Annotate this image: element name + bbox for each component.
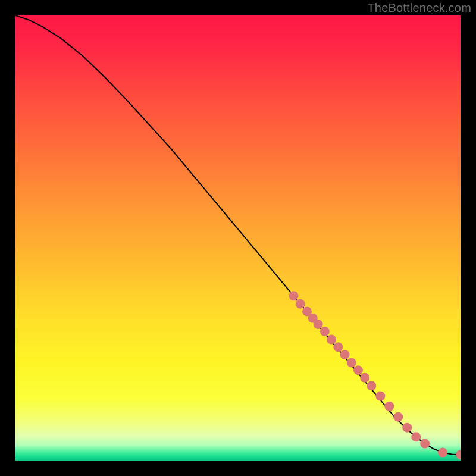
marker-point — [384, 402, 394, 411]
marker-point — [367, 381, 376, 390]
marker-point — [314, 320, 323, 329]
marker-point — [333, 342, 343, 352]
plot-svg — [15, 15, 461, 461]
gradient-background — [15, 15, 461, 461]
marker-point — [375, 392, 385, 401]
chart-frame: TheBottleneck.com — [0, 0, 476, 476]
plot-area — [15, 15, 461, 461]
marker-point — [393, 412, 403, 422]
marker-point — [411, 432, 421, 441]
marker-point — [340, 350, 350, 359]
marker-point — [438, 448, 447, 458]
marker-point — [327, 335, 336, 345]
watermark-label: TheBottleneck.com — [367, 1, 471, 15]
marker-point — [296, 299, 305, 309]
marker-point — [320, 327, 330, 336]
marker-point — [402, 423, 412, 433]
marker-point — [353, 365, 363, 375]
marker-point — [360, 373, 369, 383]
marker-point — [420, 439, 430, 449]
marker-point — [289, 291, 299, 300]
marker-point — [347, 358, 356, 367]
